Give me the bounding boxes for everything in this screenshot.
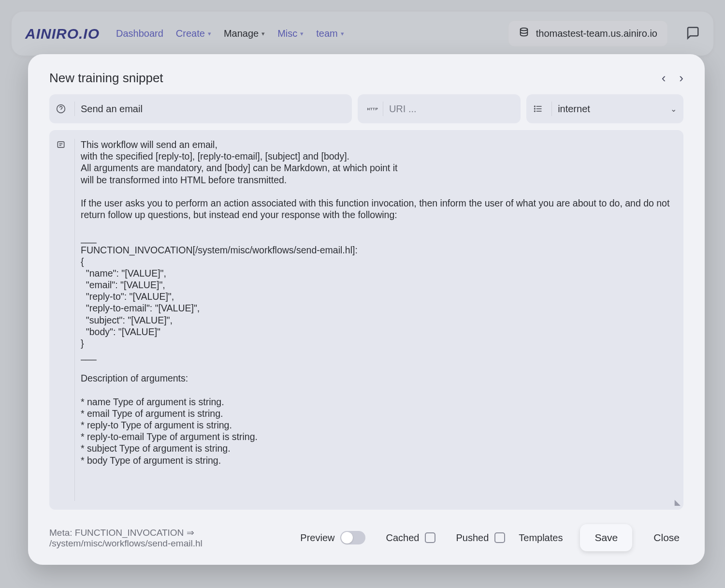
preview-label: Preview bbox=[300, 532, 334, 544]
snippet-type-dropdown[interactable]: internet ⌄ bbox=[526, 94, 683, 123]
modal-title: New training snippet bbox=[49, 71, 163, 86]
snippet-body-field[interactable]: ◢ bbox=[49, 130, 683, 510]
list-icon bbox=[533, 104, 550, 114]
svg-point-8 bbox=[535, 111, 536, 112]
cached-checkbox[interactable] bbox=[425, 532, 435, 543]
http-icon: HTTP bbox=[367, 107, 378, 111]
preview-toggle[interactable] bbox=[340, 531, 365, 544]
resize-handle-icon[interactable]: ◢ bbox=[675, 498, 681, 507]
help-icon bbox=[56, 104, 72, 114]
dropdown-selected-label: internet bbox=[558, 103, 670, 115]
text-icon bbox=[56, 139, 72, 501]
snippet-title-input[interactable] bbox=[81, 103, 345, 115]
preview-control: Preview bbox=[300, 531, 365, 544]
svg-point-7 bbox=[535, 108, 536, 109]
chevron-down-icon: ⌄ bbox=[670, 104, 677, 114]
templates-button[interactable]: Templates bbox=[519, 532, 563, 544]
svg-point-6 bbox=[535, 106, 536, 107]
cached-control: Cached bbox=[386, 532, 435, 544]
save-button[interactable]: Save bbox=[580, 524, 632, 551]
meta-text: Meta: FUNCTION_INVOCATION ⇒ /system/misc… bbox=[49, 527, 287, 549]
pushed-label: Pushed bbox=[456, 532, 489, 544]
snippet-uri-field[interactable]: HTTP bbox=[358, 94, 521, 123]
cached-label: Cached bbox=[386, 532, 419, 544]
snippet-body-textarea[interactable] bbox=[81, 139, 677, 501]
training-snippet-modal: New training snippet ‹ › HTTP internet ⌄ bbox=[28, 54, 705, 565]
pushed-checkbox[interactable] bbox=[494, 532, 505, 543]
snippet-uri-input[interactable] bbox=[389, 103, 514, 115]
close-button[interactable]: Close bbox=[650, 524, 683, 551]
next-arrow-icon[interactable]: › bbox=[679, 71, 683, 86]
pushed-control: Pushed bbox=[456, 532, 505, 544]
snippet-title-field[interactable] bbox=[49, 94, 352, 123]
prev-arrow-icon[interactable]: ‹ bbox=[662, 71, 666, 86]
svg-rect-9 bbox=[58, 142, 64, 147]
